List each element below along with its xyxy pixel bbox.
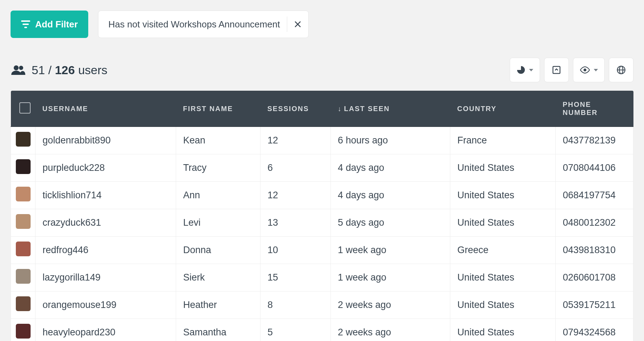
phone-cell: 0539175211 <box>556 291 633 319</box>
avatar <box>16 269 31 284</box>
chart-view-button[interactable] <box>510 58 540 82</box>
filter-toolbar: Add Filter Has not visited Workshops Ann… <box>0 0 644 38</box>
avatar <box>16 296 31 311</box>
sessions-cell: 5 <box>260 319 331 341</box>
table-row[interactable]: purpleduck228 Tracy 6 4 days ago United … <box>11 154 633 182</box>
summary-row: 51 / 126 users <box>0 38 644 91</box>
avatar-cell <box>11 182 36 209</box>
phone-cell: 0480012302 <box>556 209 633 237</box>
chevron-down-icon <box>594 69 598 71</box>
users-table: USERNAME FIRST NAME SESSIONS ↓LAST SEEN … <box>11 91 633 341</box>
table-row[interactable]: lazygorilla149 Sierk 15 1 week ago Unite… <box>11 264 633 291</box>
table-row[interactable]: ticklishlion714 Ann 12 4 days ago United… <box>11 182 633 209</box>
phone-cell: 0708044106 <box>556 154 633 182</box>
column-header-phone[interactable]: PHONE NUMBER <box>556 91 633 127</box>
username-cell: lazygorilla149 <box>36 264 176 291</box>
username-cell: ticklishlion714 <box>36 182 176 209</box>
close-icon <box>294 21 301 28</box>
table-row[interactable]: redfrog446 Donna 10 1 week ago Greece 04… <box>11 237 633 264</box>
user-count-summary: 51 / 126 users <box>11 63 108 77</box>
avatar-cell <box>11 237 36 264</box>
last-seen-cell: 4 days ago <box>331 182 450 209</box>
column-header-username[interactable]: USERNAME <box>36 91 176 127</box>
table-row[interactable]: crazyduck631 Levi 13 5 days ago United S… <box>11 209 633 237</box>
svg-rect-7 <box>553 66 560 73</box>
phone-cell: 0437782139 <box>556 127 633 154</box>
country-cell: United States <box>450 154 556 182</box>
column-header-country[interactable]: COUNTRY <box>450 91 556 127</box>
country-cell: United States <box>450 264 556 291</box>
visibility-button[interactable] <box>573 58 605 82</box>
select-all-checkbox[interactable] <box>19 102 31 114</box>
add-filter-label: Add Filter <box>35 19 78 30</box>
first-name-cell: Donna <box>176 237 260 264</box>
first-name-cell: Ann <box>176 182 260 209</box>
sessions-cell: 12 <box>260 127 331 154</box>
pie-chart-icon <box>516 65 526 75</box>
avatar <box>16 187 31 201</box>
last-seen-cell: 5 days ago <box>331 209 450 237</box>
svg-point-8 <box>584 69 586 71</box>
avatar <box>16 214 31 229</box>
sessions-cell: 8 <box>260 291 331 319</box>
add-filter-button[interactable]: Add Filter <box>11 11 88 38</box>
avatar-cell <box>11 154 36 182</box>
table-row[interactable]: heavyleopard230 Samantha 5 2 weeks ago U… <box>11 319 633 341</box>
svg-point-5 <box>14 65 19 70</box>
users-word: users <box>78 63 107 77</box>
select-all-header[interactable] <box>11 91 36 127</box>
country-cell: United States <box>450 291 556 319</box>
table-row[interactable]: goldenrabbit890 Kean 12 6 hours ago Fran… <box>11 127 633 154</box>
column-header-first-name[interactable]: FIRST NAME <box>176 91 260 127</box>
active-filter-chip[interactable]: Has not visited Workshops Announcement <box>98 11 309 38</box>
username-cell: crazyduck631 <box>36 209 176 237</box>
phone-cell: 0794324568 <box>556 319 633 341</box>
table-action-buttons <box>510 58 633 82</box>
avatar-cell <box>11 264 36 291</box>
avatar <box>16 159 31 174</box>
country-cell: United States <box>450 182 556 209</box>
country-cell: France <box>450 127 556 154</box>
first-name-cell: Heather <box>176 291 260 319</box>
sessions-cell: 13 <box>260 209 331 237</box>
filter-chip-label: Has not visited Workshops Announcement <box>108 19 287 30</box>
svg-point-6 <box>19 66 23 70</box>
filter-chip-remove-button[interactable] <box>287 11 308 38</box>
filtered-count: 51 <box>32 63 45 77</box>
last-seen-cell: 2 weeks ago <box>331 319 450 341</box>
last-seen-cell: 1 week ago <box>331 264 450 291</box>
sessions-cell: 10 <box>260 237 331 264</box>
username-cell: goldenrabbit890 <box>36 127 176 154</box>
last-seen-cell: 4 days ago <box>331 154 450 182</box>
country-cell: United States <box>450 209 556 237</box>
globe-button[interactable] <box>609 58 633 82</box>
avatar-cell <box>11 291 36 319</box>
sessions-cell: 6 <box>260 154 331 182</box>
table-row[interactable]: orangemouse199 Heather 8 2 weeks ago Uni… <box>11 291 633 319</box>
country-cell: Greece <box>450 237 556 264</box>
table-header: USERNAME FIRST NAME SESSIONS ↓LAST SEEN … <box>11 91 633 127</box>
export-button[interactable] <box>544 58 569 82</box>
column-header-sessions[interactable]: SESSIONS <box>260 91 331 127</box>
username-cell: heavyleopard230 <box>36 319 176 341</box>
globe-icon <box>617 65 626 75</box>
country-cell: United States <box>450 319 556 341</box>
svg-rect-2 <box>24 27 27 28</box>
svg-rect-0 <box>21 20 30 22</box>
first-name-cell: Kean <box>176 127 260 154</box>
first-name-cell: Sierk <box>176 264 260 291</box>
svg-rect-1 <box>22 24 29 25</box>
sort-descending-icon: ↓ <box>338 105 342 112</box>
chevron-down-icon <box>529 69 533 71</box>
avatar-cell <box>11 319 36 341</box>
people-icon <box>11 65 25 75</box>
avatar-cell <box>11 209 36 237</box>
first-name-cell: Levi <box>176 209 260 237</box>
total-count: 126 <box>55 63 75 77</box>
column-header-last-seen[interactable]: ↓LAST SEEN <box>331 91 450 127</box>
last-seen-cell: 6 hours ago <box>331 127 450 154</box>
last-seen-cell: 1 week ago <box>331 237 450 264</box>
sessions-cell: 12 <box>260 182 331 209</box>
last-seen-cell: 2 weeks ago <box>331 291 450 319</box>
eye-icon <box>580 66 590 73</box>
